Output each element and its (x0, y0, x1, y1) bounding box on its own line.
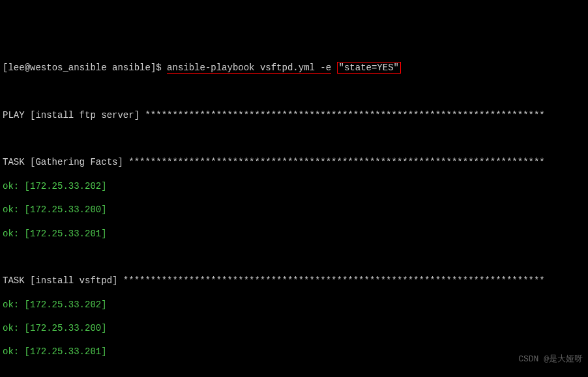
task-gather-header: TASK [Gathering Facts] *****************… (3, 156, 585, 168)
task-install-header: TASK [install vsftpd] ******************… (3, 275, 585, 286)
stars: ****************************************… (117, 275, 544, 286)
host-status-ok: ok: [172.25.33.202] (3, 299, 585, 311)
stars: ****************************************… (123, 157, 545, 167)
command-text: ansible-playbook vsftpd.yml -e (167, 63, 331, 74)
host-status-ok: ok: [172.25.33.200] (3, 322, 585, 334)
terminal-output: [lee@westos_ansible ansible]$ ansible-pl… (3, 50, 585, 377)
stars: ****************************************… (140, 110, 545, 120)
task-label: TASK [install vsftpd] (3, 275, 117, 286)
prompt-line[interactable]: [lee@westos_ansible ansible]$ ansible-pl… (3, 62, 585, 74)
host-status-ok: ok: [172.25.33.200] (3, 204, 585, 216)
host-status-ok: ok: [172.25.33.201] (3, 346, 585, 357)
host-status-ok: ok: [172.25.33.201] (3, 228, 585, 240)
command-arg: "state=YES" (337, 62, 401, 74)
prompt-user: lee (8, 63, 24, 73)
prompt-host: westos_ansible (30, 63, 107, 73)
task-label: TASK [Gathering Facts] (3, 157, 123, 167)
play-label: PLAY [install ftp server] (3, 110, 140, 120)
watermark: CSDN @是大娅呀 (518, 354, 583, 365)
host-status-ok: ok: [172.25.33.202] (3, 180, 585, 192)
prompt-dir: ansible (112, 63, 151, 73)
prompt-dollar: $ (156, 63, 161, 73)
play-header: PLAY [install ftp server] **************… (3, 109, 585, 121)
